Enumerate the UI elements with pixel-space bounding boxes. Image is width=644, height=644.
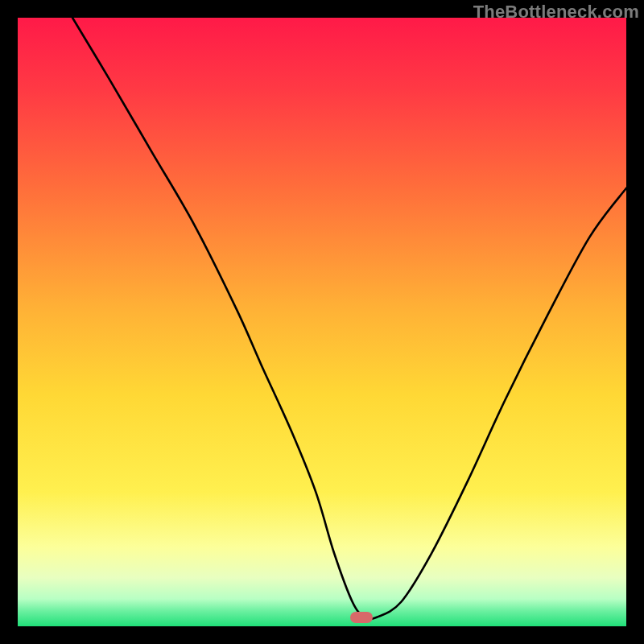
chart-container: TheBottleneck.com (0, 0, 644, 644)
watermark-text: TheBottleneck.com (473, 2, 639, 23)
optimal-point-marker (350, 612, 373, 623)
bottleneck-curve (18, 18, 626, 626)
plot-area (18, 18, 626, 626)
